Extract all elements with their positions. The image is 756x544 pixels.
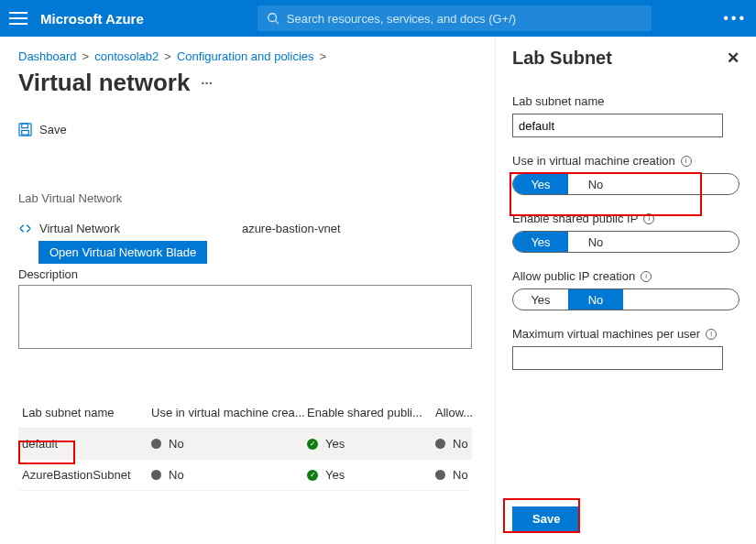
cell-name: AzureBastionSubnet	[18, 468, 151, 482]
lab-subnet-panel: Lab Subnet ✕ Lab subnet name Use in virt…	[495, 37, 756, 544]
info-icon[interactable]: i	[641, 271, 652, 282]
toggle-no[interactable]: No	[568, 289, 623, 310]
col-shared[interactable]: Enable shared publi...	[307, 406, 435, 419]
brand-label: Microsoft Azure	[40, 11, 144, 27]
status-dot-grey	[435, 439, 445, 449]
cell-shared: Yes	[325, 437, 345, 451]
info-icon[interactable]: i	[706, 329, 717, 340]
col-subnet-name[interactable]: Lab subnet name	[18, 406, 151, 419]
breadcrumb: Dashboard > contosolab2 > Configuration …	[18, 49, 477, 63]
global-search[interactable]	[257, 5, 652, 31]
toggle-yes[interactable]: Yes	[513, 232, 568, 252]
breadcrumb-lab[interactable]: contosolab2	[94, 49, 159, 63]
save-label: Save	[39, 123, 67, 136]
vnet-label: Virtual Network	[39, 222, 120, 235]
breadcrumb-sep: >	[82, 49, 90, 63]
subnet-table: Lab subnet name Use in virtual machine c…	[18, 397, 472, 491]
subnet-name-input[interactable]	[512, 114, 723, 137]
use-toggle[interactable]: Yes No	[512, 173, 740, 195]
status-dot-green: ✓	[307, 439, 318, 450]
cell-allow: No	[453, 437, 468, 451]
search-input[interactable]	[287, 12, 642, 26]
max-label: Maximum virtual machines per user	[512, 327, 700, 341]
subnet-name-label: Lab subnet name	[512, 94, 740, 108]
svg-rect-3	[22, 124, 28, 128]
status-dot-grey	[151, 470, 161, 480]
toggle-yes[interactable]: Yes	[513, 174, 568, 194]
col-allow[interactable]: Allow...	[435, 406, 472, 419]
section-label: Lab Virtual Network	[18, 191, 477, 205]
open-vnet-blade-button[interactable]: Open Virtual Network Blade	[38, 241, 207, 264]
breadcrumb-dashboard[interactable]: Dashboard	[18, 49, 77, 63]
top-bar: Microsoft Azure •••	[0, 0, 756, 37]
status-dot-grey	[151, 439, 161, 449]
save-icon	[18, 123, 32, 136]
toggle-no[interactable]: No	[568, 232, 623, 252]
max-vms-input[interactable]	[512, 346, 723, 370]
cell-shared: Yes	[325, 468, 345, 482]
table-row[interactable]: default No ✓Yes No	[18, 429, 472, 460]
info-icon[interactable]: i	[681, 156, 692, 167]
close-icon[interactable]: ✕	[727, 49, 740, 68]
page-more-icon[interactable]: ···	[201, 75, 213, 91]
status-dot-green: ✓	[307, 470, 318, 481]
panel-title: Lab Subnet	[512, 48, 612, 69]
more-menu-icon[interactable]: •••	[723, 10, 747, 27]
hamburger-icon[interactable]	[9, 12, 27, 25]
shared-label: Enable shared public IP	[512, 212, 638, 225]
description-label: Description	[18, 267, 477, 281]
svg-rect-4	[22, 130, 29, 135]
cell-use: No	[169, 468, 184, 482]
description-input[interactable]	[18, 285, 472, 349]
use-label: Use in virtual machine creation	[512, 154, 675, 168]
svg-point-0	[268, 14, 277, 22]
info-icon[interactable]: i	[643, 213, 654, 224]
cell-name: default	[18, 437, 151, 451]
status-dot-grey	[435, 470, 445, 480]
page-title: Virtual network	[18, 69, 190, 97]
svg-rect-2	[19, 124, 31, 136]
svg-line-1	[275, 21, 279, 25]
toggle-yes[interactable]: Yes	[513, 289, 568, 310]
breadcrumb-config[interactable]: Configuration and policies	[177, 49, 314, 63]
save-command[interactable]: Save	[18, 123, 477, 136]
shared-toggle[interactable]: Yes No	[512, 231, 740, 253]
cell-allow: No	[453, 468, 468, 482]
allow-label: Allow public IP creation	[512, 269, 635, 283]
panel-save-button[interactable]: Save	[512, 506, 580, 531]
table-row[interactable]: AzureBastionSubnet No ✓Yes No	[18, 460, 472, 491]
vnet-value: azure-bastion-vnet	[242, 222, 341, 235]
cell-use: No	[169, 437, 184, 451]
breadcrumb-sep: >	[320, 49, 327, 63]
breadcrumb-sep: >	[164, 49, 171, 63]
search-icon	[267, 12, 279, 25]
toggle-no[interactable]: No	[568, 174, 623, 194]
vnet-icon	[18, 222, 32, 235]
allow-toggle[interactable]: Yes No	[512, 288, 740, 310]
col-use[interactable]: Use in virtual machine crea...	[151, 406, 307, 419]
